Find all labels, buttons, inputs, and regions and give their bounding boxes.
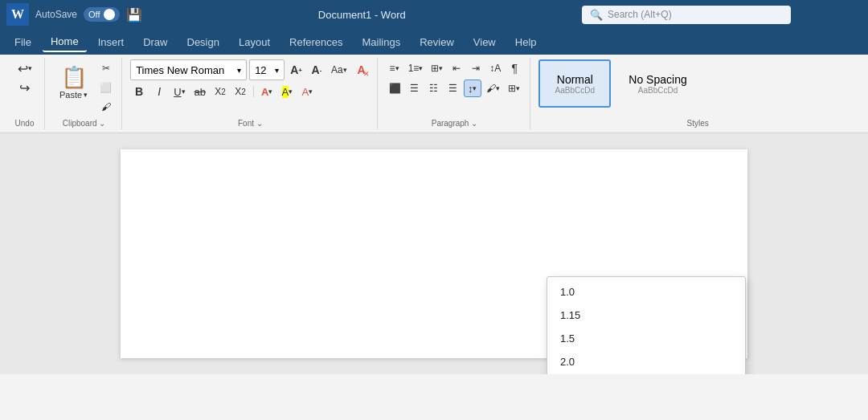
save-icon[interactable]: 💾 [126, 7, 142, 22]
text-color-button[interactable]: A▾ [298, 83, 316, 100]
align-center-button[interactable]: ☰ [406, 80, 424, 97]
line-spacing-1-5-value: 1.5 [560, 332, 575, 345]
separator1 [253, 86, 254, 97]
cut-button[interactable]: ✂ [96, 59, 115, 77]
bold-button[interactable]: B [130, 83, 148, 100]
decrease-indent-button[interactable]: ⇤ [448, 59, 465, 77]
line-spacing-1-0[interactable]: 1.0 [547, 280, 745, 304]
paste-chevron-icon: ▾ [84, 91, 88, 99]
menu-item-layout[interactable]: Layout [231, 33, 278, 51]
undo-label: Undo [15, 119, 35, 128]
search-placeholder: Search (Alt+Q) [608, 9, 672, 20]
increase-indent-button[interactable]: ⇥ [467, 59, 485, 77]
font-size-value: 12 [255, 64, 272, 76]
menu-item-references[interactable]: References [281, 33, 350, 51]
line-spacing-2-0[interactable]: 2.0 [547, 350, 745, 373]
paragraph-group: ≡▾ 1≡▾ ⊞▾ ⇤ ⇥ ↕A ¶ ⬛ ☰ ☷ ☰ ↕▾ 🖌▾ ⊞▾ [379, 58, 531, 129]
subscript-button[interactable]: X2 [211, 83, 229, 100]
line-spacing-1-15-value: 1.15 [560, 309, 580, 321]
underline-button[interactable]: U▾ [170, 83, 188, 100]
line-spacing-1-15[interactable]: 1.15 [547, 304, 745, 327]
style-no-spacing[interactable]: No Spacing AaBbCcDd [614, 59, 701, 108]
word-logo-icon: W [6, 3, 29, 26]
numbering-button[interactable]: 1≡▾ [405, 59, 427, 77]
line-spacing-1-0-value: 1.0 [560, 286, 575, 298]
copy-button[interactable]: ⬜ [96, 79, 115, 96]
font-color-button[interactable]: A ▾ [258, 83, 276, 100]
line-spacing-1-5[interactable]: 1.5 [547, 327, 745, 350]
multilevel-button[interactable]: ⊞▾ [428, 59, 446, 77]
font-shrink-button[interactable]: A- [308, 61, 326, 79]
autosave-label: AutoSave [35, 9, 77, 20]
styles-group: Normal AaBbCcDd No Spacing AaBbCcDd Styl… [532, 58, 863, 129]
menu-item-home[interactable]: Home [43, 32, 87, 52]
toggle-off-label: Off [88, 10, 100, 19]
menu-item-review[interactable]: Review [411, 33, 462, 51]
highlight-button[interactable]: A▾ [278, 83, 296, 100]
menu-item-insert[interactable]: Insert [90, 33, 133, 51]
font-name-value: Times New Roman [136, 64, 234, 76]
clipboard-group: 📋 Paste ▾ ✂ ⬜ 🖌 Clipboard ⌄ [47, 58, 122, 129]
borders-button[interactable]: ⊞▾ [505, 80, 523, 97]
font-label: Font ⌄ [238, 119, 263, 128]
undo-group: ↩▾ ↪ Undo [5, 58, 45, 129]
shading-button[interactable]: 🖌▾ [483, 80, 503, 97]
style-normal[interactable]: Normal AaBbCcDd [538, 59, 611, 108]
redo-button[interactable]: ↪ [16, 79, 34, 96]
paste-label: Paste [59, 90, 82, 100]
clipboard-label: Clipboard ⌄ [63, 119, 106, 128]
menu-item-help[interactable]: Help [507, 33, 545, 51]
menu-bar: File Home Insert Draw Design Layout Refe… [0, 29, 868, 55]
font-size-chevron-icon: ▾ [275, 66, 279, 75]
styles-label: Styles [687, 119, 709, 128]
font-name-chevron-icon: ▾ [237, 66, 241, 75]
paste-button[interactable]: 📋 Paste ▾ [53, 59, 94, 100]
paste-icon: 📋 [61, 65, 87, 90]
font-group: Times New Roman ▾ 12 ▾ A+ A- Aa▾ A✕ B I [124, 58, 377, 129]
sort-button[interactable]: ↕A [486, 59, 504, 77]
clipboard-expand-icon[interactable]: ⌄ [99, 119, 105, 128]
superscript-button[interactable]: X2 [231, 83, 249, 100]
doc-title: Document1 - Word [149, 9, 575, 21]
menu-item-draw[interactable]: Draw [135, 33, 175, 51]
toggle-circle [104, 9, 115, 20]
strikethrough-button[interactable]: ab [191, 83, 209, 100]
menu-item-view[interactable]: View [465, 33, 504, 51]
ribbon: ↩▾ ↪ Undo 📋 Paste ▾ ✂ ⬜ 🖌 Clipb [0, 55, 868, 133]
font-case-button[interactable]: Aa▾ [328, 61, 350, 79]
style-normal-preview: AaBbCcDd [555, 86, 595, 95]
menu-item-file[interactable]: File [6, 33, 39, 51]
title-bar: W AutoSave Off 💾 Document1 - Word 🔍 Sear… [0, 0, 868, 29]
font-size-select[interactable]: 12 ▾ [249, 59, 285, 80]
line-spacing-2-0-value: 2.0 [560, 356, 575, 368]
bullets-button[interactable]: ≡▾ [386, 59, 403, 77]
font-expand-icon[interactable]: ⌄ [256, 119, 263, 128]
font-grow-button[interactable]: A+ [287, 61, 305, 79]
search-icon: 🔍 [590, 9, 603, 21]
paragraph-expand-icon[interactable]: ⌄ [471, 119, 477, 128]
align-left-button[interactable]: ⬛ [386, 80, 404, 97]
search-bar[interactable]: 🔍 Search (Alt+Q) [582, 6, 791, 24]
style-normal-name: Normal [557, 73, 593, 86]
line-spacing-dropdown: 1.0 1.15 1.5 2.0 2.5 3.0 Line Spacing Op… [547, 276, 746, 374]
style-no-spacing-preview: AaBbCcDd [638, 86, 678, 95]
undo-button[interactable]: ↩▾ [14, 59, 35, 77]
format-painter-button[interactable]: 🖌 [96, 98, 115, 116]
justify-button[interactable]: ☰ [444, 80, 462, 97]
italic-button[interactable]: I [150, 83, 168, 100]
align-right-button[interactable]: ☷ [425, 80, 443, 97]
line-spacing-2-5[interactable]: 2.5 [547, 373, 745, 374]
paragraph-label: Para­graph ⌄ [432, 119, 477, 128]
line-spacing-button[interactable]: ↕▾ [464, 80, 481, 97]
style-no-spacing-name: No Spacing [628, 73, 686, 86]
clear-formatting-button[interactable]: A✕ [353, 61, 371, 79]
font-name-select[interactable]: Times New Roman ▾ [130, 59, 247, 80]
menu-item-design[interactable]: Design [179, 33, 227, 51]
autosave-toggle[interactable]: Off [84, 7, 119, 22]
show-marks-button[interactable]: ¶ [506, 59, 523, 77]
menu-item-mailings[interactable]: Mailings [354, 33, 409, 51]
